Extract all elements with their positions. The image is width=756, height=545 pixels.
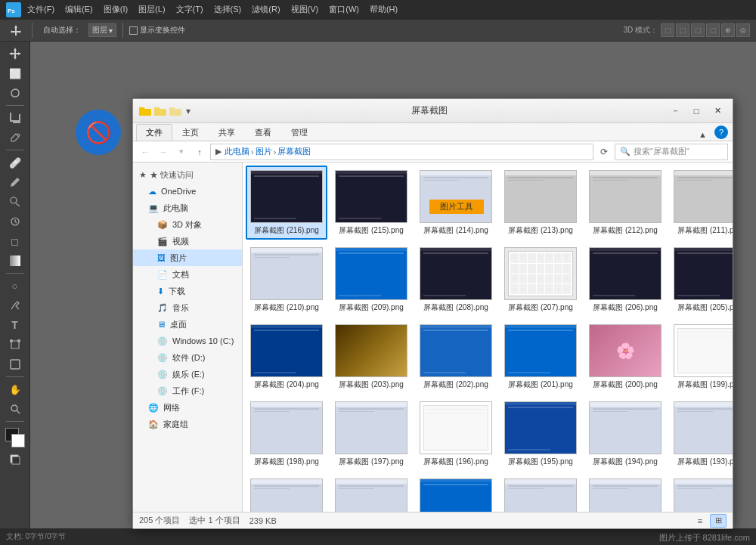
ps-mode-toggle[interactable] — [6, 451, 24, 469]
file-item[interactable]: 🌸屏幕截图 (200).png — [584, 320, 666, 394]
ps-zoom-tool-icon[interactable] — [6, 400, 24, 418]
tab-home[interactable]: 主页 — [172, 124, 209, 141]
ps-3d-btn-6[interactable]: ◎ — [736, 23, 750, 37]
file-item[interactable]: ···························· 屏幕截图 (207).… — [500, 243, 581, 317]
ps-menu-file[interactable]: 文件(F) — [23, 2, 59, 17]
ps-3d-btn-1[interactable]: ⬚ — [661, 23, 674, 37]
file-item[interactable]: 屏幕截图 (196).png — [415, 397, 497, 471]
ps-bg-color[interactable] — [11, 434, 25, 447]
sidebar-this-pc[interactable]: 💻 此电脑 — [133, 200, 242, 216]
file-item[interactable]: 屏幕截图 (198).png — [246, 397, 327, 471]
minimize-button[interactable]: － — [666, 104, 684, 119]
ps-gradient-tool-icon[interactable] — [6, 252, 24, 270]
file-item[interactable]: 屏幕截图 (202).png — [415, 320, 497, 394]
ps-3d-btn-3[interactable]: ⬚ — [691, 23, 705, 37]
ps-3d-btn-5[interactable]: ⊕ — [721, 23, 735, 37]
ps-move-tool-icon[interactable] — [6, 45, 24, 63]
ps-path-tool-icon[interactable] — [6, 336, 24, 354]
file-item[interactable]: 屏幕截图 (extra3).png — [415, 474, 497, 512]
sidebar-desktop[interactable]: 🖥 桌面 — [133, 316, 242, 333]
ribbon-expand-btn[interactable]: ▲ — [692, 129, 713, 141]
sidebar-homegroup[interactable]: 🏠 家庭组 — [133, 416, 242, 432]
address-bar[interactable]: ▶ 此电脑 › 图片 › 屏幕截图 — [210, 144, 593, 160]
titlebar-dropdown-icon[interactable]: ▾ — [186, 106, 191, 116]
ps-menu-image[interactable]: 图像(I) — [99, 2, 132, 17]
path-screenshots[interactable]: 屏幕截图 — [277, 146, 311, 157]
ps-eraser-tool-icon[interactable]: ◻ — [6, 232, 24, 250]
tab-share[interactable]: 共享 — [209, 124, 245, 141]
sidebar-music[interactable]: 🎵 音乐 — [133, 299, 242, 316]
ps-text-tool-icon[interactable]: T — [6, 316, 24, 334]
ps-fg-bg-colors[interactable] — [5, 428, 25, 447]
recent-button[interactable]: ▾ — [174, 144, 189, 159]
ps-move-tool[interactable] — [6, 23, 26, 37]
ps-lasso-tool-icon[interactable] — [6, 84, 24, 102]
file-item[interactable]: 屏幕截图 (201).png — [500, 320, 581, 394]
tab-file[interactable]: 文件 — [136, 124, 172, 141]
sidebar-downloads[interactable]: ⬇ 下载 — [133, 283, 242, 299]
path-this-pc[interactable]: 此电脑 — [225, 146, 249, 157]
sidebar-quick-access[interactable]: ★ ★ 快速访问 — [133, 167, 242, 183]
close-button[interactable]: ✕ — [708, 104, 727, 119]
file-item[interactable]: 屏幕截图 (210).png — [246, 243, 327, 317]
tab-manage[interactable]: 管理 — [281, 124, 318, 141]
ps-crop-tool-icon[interactable] — [6, 109, 24, 127]
details-view-btn[interactable]: ≡ — [692, 514, 708, 528]
ps-menu-view[interactable]: 视图(V) — [287, 2, 324, 17]
ps-3d-btn-4[interactable]: ⬚ — [706, 23, 720, 37]
ps-clone-tool-icon[interactable] — [6, 193, 24, 211]
sidebar-onedrive[interactable]: ☁ OneDrive — [133, 183, 242, 200]
sidebar-network[interactable]: 🌐 网络 — [133, 399, 242, 416]
sidebar-drive-f[interactable]: 💿 工作 (F:) — [133, 382, 242, 399]
ps-menu-edit[interactable]: 编辑(E) — [60, 2, 98, 17]
ps-menu-window[interactable]: 窗口(W) — [324, 2, 364, 17]
maximize-button[interactable]: □ — [687, 104, 705, 119]
file-item[interactable]: 屏幕截图 (extra4).png — [500, 474, 581, 512]
file-item[interactable]: 屏幕截图 (extra6).png — [669, 474, 733, 512]
sidebar-videos[interactable]: 🎬 视频 — [133, 233, 242, 249]
ps-show-transform[interactable]: 显示变换控件 — [129, 25, 185, 36]
forward-button[interactable]: → — [156, 144, 171, 159]
sidebar-pictures[interactable]: 🖼 图片 — [133, 249, 242, 266]
file-item[interactable]: 屏幕截图 (208).png — [415, 243, 497, 317]
file-item[interactable]: 屏幕截图 (215).png — [330, 166, 412, 240]
file-item[interactable]: 屏幕截图 (199).png — [669, 320, 733, 394]
ps-menu-text[interactable]: 文字(T) — [172, 2, 208, 17]
refresh-button[interactable]: ⟳ — [596, 144, 612, 160]
path-pictures[interactable]: 图片 — [256, 146, 272, 157]
file-item[interactable]: 屏幕截图 (211).png — [669, 166, 733, 240]
ps-menu-layer[interactable]: 图层(L) — [134, 2, 169, 17]
ps-heal-tool-icon[interactable]: 🩹 — [6, 153, 24, 172]
file-item[interactable]: 屏幕截图 (extra5).png — [584, 474, 666, 512]
file-item[interactable]: 屏幕截图 (205).png — [669, 243, 733, 317]
file-item[interactable]: 屏幕截图 (212).png — [584, 166, 666, 240]
file-item[interactable]: 屏幕截图 (216).png — [246, 166, 327, 240]
file-item[interactable]: 屏幕截图 (197).png — [330, 397, 412, 471]
back-button[interactable]: ← — [138, 144, 153, 159]
ps-hand-tool-icon[interactable]: ✋ — [6, 380, 24, 398]
ps-pen-tool-icon[interactable] — [6, 296, 24, 314]
file-item[interactable]: 屏幕截图 (extra2).png — [330, 474, 412, 512]
sidebar-documents[interactable]: 📄 文档 — [133, 266, 242, 283]
sidebar-drive-e[interactable]: 💿 娱乐 (E:) — [133, 366, 242, 382]
ps-menu-help[interactable]: 帮助(H) — [365, 2, 402, 17]
ps-shape-tool-icon[interactable] — [6, 355, 24, 373]
ps-history-tool-icon[interactable] — [6, 212, 24, 231]
ps-menu-filter[interactable]: 滤镜(R) — [247, 2, 284, 17]
ps-transform-checkbox[interactable] — [129, 26, 138, 35]
help-button[interactable]: ? — [714, 125, 728, 139]
tab-view[interactable]: 查看 — [245, 124, 281, 141]
file-item[interactable]: 屏幕截图 (195).png — [500, 397, 581, 471]
thumbnail-view-btn[interactable]: ⊞ — [710, 514, 727, 528]
file-item[interactable]: 屏幕截图 (extra1).png — [246, 474, 327, 512]
ps-layer-dropdown[interactable]: 图层 ▾ — [88, 23, 116, 37]
sidebar-3d-objects[interactable]: 📦 3D 对象 — [133, 216, 242, 233]
file-item[interactable]: 屏幕截图 (213).png — [500, 166, 581, 240]
file-item[interactable]: 屏幕截图 (193).png — [669, 397, 733, 471]
up-button[interactable]: ↑ — [192, 144, 207, 159]
file-item[interactable]: 屏幕截图 (204).png — [246, 320, 327, 394]
ps-3d-btn-2[interactable]: ⬚ — [676, 23, 689, 37]
ps-dodge-tool-icon[interactable]: ○ — [6, 277, 24, 295]
file-item[interactable]: 屏幕截图 (194).png — [584, 397, 666, 471]
ps-menu-select[interactable]: 选择(S) — [209, 2, 246, 17]
